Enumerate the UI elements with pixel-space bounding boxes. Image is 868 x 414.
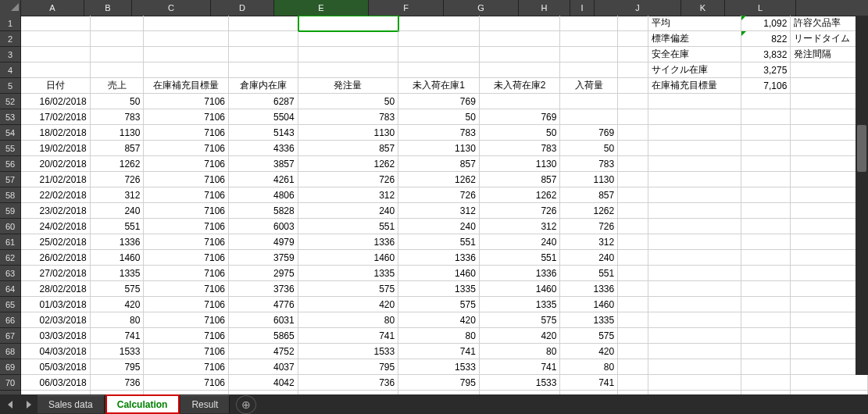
cell[interactable]	[741, 266, 791, 281]
cell[interactable]: 28/02/2018	[21, 281, 91, 297]
cell[interactable]	[648, 156, 741, 172]
cell[interactable]	[618, 125, 648, 141]
cell[interactable]	[741, 375, 791, 391]
cell[interactable]: 551	[298, 219, 399, 234]
cell[interactable]: 1460	[480, 281, 561, 297]
cell[interactable]: 24/02/2018	[21, 219, 91, 234]
cell[interactable]	[648, 234, 741, 250]
cell[interactable]: 4806	[229, 187, 298, 203]
cell[interactable]: 1460	[560, 297, 618, 312]
col-header-B[interactable]: B	[84, 0, 132, 16]
cell[interactable]: 03/03/2018	[21, 328, 91, 344]
cell[interactable]: 1335	[560, 312, 618, 328]
cell[interactable]: 50	[91, 94, 145, 109]
cell[interactable]: 20/02/2018	[21, 156, 91, 172]
cell[interactable]: 795	[91, 359, 145, 375]
cell[interactable]	[741, 203, 791, 219]
cell[interactable]: 4261	[229, 172, 298, 187]
cell[interactable]: 1336	[398, 250, 480, 266]
cell[interactable]: 783	[480, 141, 561, 156]
cell[interactable]	[618, 203, 648, 219]
cell[interactable]	[144, 47, 229, 62]
cell[interactable]: 240	[398, 219, 480, 234]
row-header[interactable]: 54	[0, 125, 21, 141]
row-header[interactable]: 67	[0, 328, 21, 344]
cell[interactable]: 1130	[91, 125, 145, 141]
cell[interactable]	[144, 16, 229, 31]
cell[interactable]: 312	[298, 187, 399, 203]
col-header-G[interactable]: G	[444, 0, 519, 16]
tab-nav-prev[interactable]	[3, 397, 19, 412]
cell[interactable]: 575	[398, 297, 480, 312]
cell[interactable]	[298, 47, 399, 62]
cell[interactable]	[398, 16, 480, 31]
cell[interactable]: 80	[298, 312, 399, 328]
col-header-F[interactable]: F	[369, 0, 444, 16]
cell[interactable]	[91, 16, 145, 31]
cell[interactable]	[648, 203, 741, 219]
cell[interactable]: 736	[91, 375, 145, 391]
cell[interactable]: 3857	[229, 156, 298, 172]
cell[interactable]	[560, 16, 618, 31]
cell[interactable]	[648, 250, 741, 266]
cell[interactable]	[648, 375, 741, 391]
row-header[interactable]: 60	[0, 219, 21, 234]
cell[interactable]: 17/02/2018	[21, 109, 91, 125]
cell[interactable]: 4042	[229, 375, 298, 391]
row-header[interactable]: 56	[0, 156, 21, 172]
cell[interactable]: 726	[560, 219, 618, 234]
cell[interactable]: 783	[298, 109, 399, 125]
cell[interactable]: 822	[741, 31, 791, 47]
cell[interactable]: 7106	[144, 234, 229, 250]
cell[interactable]: 1460	[91, 250, 145, 266]
cell[interactable]	[648, 312, 741, 328]
cell[interactable]: 857	[560, 187, 618, 203]
cell[interactable]	[618, 187, 648, 203]
cell[interactable]	[791, 375, 868, 391]
cell[interactable]	[618, 172, 648, 187]
cell[interactable]	[560, 109, 618, 125]
cell[interactable]: 726	[398, 187, 480, 203]
row-header[interactable]: 62	[0, 250, 21, 266]
cell[interactable]: 7106	[144, 203, 229, 219]
cell[interactable]	[648, 328, 741, 344]
cell[interactable]	[741, 94, 791, 109]
cell[interactable]	[560, 31, 618, 47]
cell[interactable]: 7106	[144, 250, 229, 266]
row-header[interactable]: 1	[0, 16, 21, 31]
cell[interactable]: 420	[91, 297, 145, 312]
cell[interactable]: 551	[398, 234, 480, 250]
cell[interactable]: 1336	[480, 266, 561, 281]
cell[interactable]	[741, 312, 791, 328]
cell[interactable]: 80	[560, 359, 618, 375]
cell[interactable]: 1336	[560, 281, 618, 297]
cell[interactable]	[618, 141, 648, 156]
cell[interactable]: 1533	[398, 359, 480, 375]
cell[interactable]: 1336	[91, 234, 145, 250]
cell[interactable]: 240	[480, 234, 561, 250]
col-header-L[interactable]: L	[725, 0, 796, 16]
col-header-D[interactable]: D	[211, 0, 274, 16]
col-header-I[interactable]: I	[570, 0, 595, 16]
cell[interactable]	[91, 47, 145, 62]
row-header[interactable]: 61	[0, 234, 21, 250]
cell[interactable]: 769	[480, 109, 561, 125]
cell[interactable]	[741, 250, 791, 266]
col-header-J[interactable]: J	[595, 0, 681, 16]
cell[interactable]: 741	[298, 328, 399, 344]
cell[interactable]	[618, 312, 648, 328]
cell[interactable]: 312	[398, 203, 480, 219]
col-header-K[interactable]: K	[681, 0, 725, 16]
cell[interactable]	[741, 141, 791, 156]
cell[interactable]: 6003	[229, 219, 298, 234]
cell[interactable]: 575	[480, 312, 561, 328]
cell[interactable]: 769	[560, 125, 618, 141]
cell[interactable]: 7106	[144, 359, 229, 375]
cell[interactable]	[91, 31, 145, 47]
cell[interactable]: 575	[298, 281, 399, 297]
cell[interactable]	[480, 47, 561, 62]
cell[interactable]: 4752	[229, 344, 298, 359]
cell[interactable]: 736	[298, 375, 399, 391]
cell[interactable]: 01/03/2018	[21, 297, 91, 312]
cell[interactable]: 1460	[398, 266, 480, 281]
